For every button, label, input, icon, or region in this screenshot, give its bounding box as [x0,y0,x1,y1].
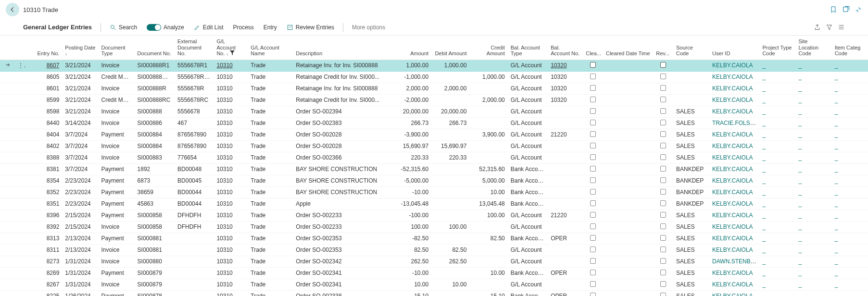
table-row[interactable]: 8396 2/15/2024 Payment SI000858 DFHDFH 1… [0,210,868,221]
checkbox[interactable] [660,258,666,264]
cell-user[interactable]: KELBY.CAIOLA [709,290,759,296]
cell-entry-no[interactable]: 8392 [26,221,62,233]
cell-clea[interactable] [583,256,603,267]
cell-rev[interactable] [653,233,673,244]
cell-entry-no[interactable]: 8396 [26,210,62,221]
checkbox[interactable] [590,247,596,252]
table-row[interactable]: 8601 3/21/2024 Invoice SI000888R 5556678… [0,83,868,94]
filter-icon[interactable] [826,24,833,31]
popout-icon[interactable] [842,6,850,13]
cell-gl-no[interactable]: 10310 [214,60,248,71]
col-cleared-dt[interactable]: Cleared Date Time [603,36,653,60]
cell-bal-no[interactable] [548,186,583,198]
cell-bal-no[interactable]: OPER [548,290,583,296]
checkbox[interactable] [660,212,666,218]
cell-rev[interactable] [653,279,673,290]
cell-clea[interactable] [583,60,603,71]
checkbox[interactable] [660,154,666,160]
col-item-cat[interactable]: Item Categ Code [832,36,868,60]
cell-gl-no[interactable]: 10310 [214,244,248,256]
cell-gl-no[interactable]: 10310 [214,71,248,83]
cell-clea[interactable] [583,267,603,279]
col-doc-type[interactable]: Document Type [98,36,134,60]
col-bal-type[interactable]: Bal. Account Type [508,36,548,60]
search-action[interactable]: Search [106,22,141,33]
cell-gl-no[interactable]: 10310 [214,279,248,290]
review-entries-action[interactable]: Review Entries [283,22,338,33]
cell-user[interactable]: KELBY.CAIOLA [709,244,759,256]
cell-rev[interactable] [653,221,673,233]
cell-user[interactable]: KELBY.CAIOLA [709,60,759,71]
cell-clea[interactable] [583,83,603,94]
col-posting-date[interactable]: Posting Date↓ [62,36,98,60]
cell-bal-no[interactable]: 10320 [548,60,583,71]
analyze-action[interactable]: Analyze [143,22,188,33]
col-source[interactable]: Source Code [673,36,709,60]
checkbox[interactable] [660,120,666,125]
cell-user[interactable]: KELBY.CAIOLA [709,186,759,198]
cell-rev[interactable] [653,60,673,71]
cell-bal-no[interactable] [548,221,583,233]
cell-bal-no[interactable] [548,198,583,210]
col-clea[interactable]: Clea... [583,36,603,60]
more-options-action[interactable]: More options [348,22,389,33]
cell-bal-no[interactable] [548,152,583,163]
checkbox[interactable] [660,223,666,229]
entry-no-link[interactable]: 8607 [47,62,60,69]
cell-gl-no[interactable]: 10310 [214,233,248,244]
cell-rev[interactable] [653,140,673,152]
list-icon[interactable] [838,24,845,31]
checkbox[interactable] [660,189,666,195]
cell-rev[interactable] [653,106,673,117]
cell-gl-no[interactable]: 10310 [214,106,248,117]
col-credit[interactable]: Credit Amount [469,36,507,60]
cell-bal-no[interactable] [548,279,583,290]
cell-user[interactable]: KELBY.CAIOLA [709,129,759,140]
cell-gl-no[interactable]: 10310 [214,117,248,129]
col-entry-no[interactable]: Entry No. [26,36,62,60]
cell-bal-no[interactable] [548,140,583,152]
checkbox[interactable] [590,200,596,206]
cell-rev[interactable] [653,198,673,210]
checkbox[interactable] [590,154,596,160]
checkbox[interactable] [660,235,666,241]
cell-user[interactable]: KELBY.CAIOLA [709,94,759,106]
cell-rev[interactable] [653,186,673,198]
table-row[interactable]: 8599 3/21/2024 Credit Memo SI000888RC 55… [0,94,868,106]
cell-gl-no[interactable]: 10310 [214,175,248,186]
cell-clea[interactable] [583,106,603,117]
cell-clea[interactable] [583,186,603,198]
cell-clea[interactable] [583,117,603,129]
bookmark-icon[interactable] [830,6,837,13]
cell-bal-no[interactable] [548,256,583,267]
cell-rev[interactable] [653,94,673,106]
cell-rev[interactable] [653,210,673,221]
cell-clea[interactable] [583,244,603,256]
table-row[interactable]: 8392 2/15/2024 Invoice SI000858 DFHDFH 1… [0,221,868,233]
cell-user[interactable]: KELBY.CAIOLA [709,233,759,244]
checkbox[interactable] [590,120,596,125]
checkbox[interactable] [590,166,596,172]
cell-gl-no[interactable]: 10310 [214,186,248,198]
cell-bal-no[interactable]: OPER [548,233,583,244]
cell-clea[interactable] [583,94,603,106]
checkbox[interactable] [590,293,596,296]
cell-entry-no[interactable]: 8607 [26,60,62,71]
col-amount[interactable]: Amount [393,36,431,60]
table-row[interactable]: 8267 1/31/2024 Invoice SI000879 10310 Tr… [0,279,868,290]
cell-user[interactable]: KELBY.CAIOLA [709,163,759,175]
cell-gl-no[interactable]: 10310 [214,129,248,140]
col-desc[interactable]: Description [293,36,393,60]
row-menu-icon[interactable]: ⋮ [18,62,26,69]
table-row[interactable]: 8605 3/21/2024 Credit Memo SI000888RC1 5… [0,71,868,83]
cell-user[interactable]: TRACIE.FOLSCR... [709,117,759,129]
cell-rev[interactable] [653,290,673,296]
col-debit[interactable]: Debit Amount [431,36,469,60]
cell-clea[interactable] [583,221,603,233]
table-row[interactable]: 8313 2/13/2024 Payment SI000881 10310 Tr… [0,233,868,244]
table-row[interactable]: 8440 3/14/2024 Invoice SI000886 467 1031… [0,117,868,129]
cell-user[interactable]: KELBY.CAIOLA [709,140,759,152]
cell-user[interactable]: KELBY.CAIOLA [709,221,759,233]
cell-bal-no[interactable]: 21220 [548,210,583,221]
table-row[interactable]: 8269 1/31/2024 Payment SI000879 10310 Tr… [0,267,868,279]
